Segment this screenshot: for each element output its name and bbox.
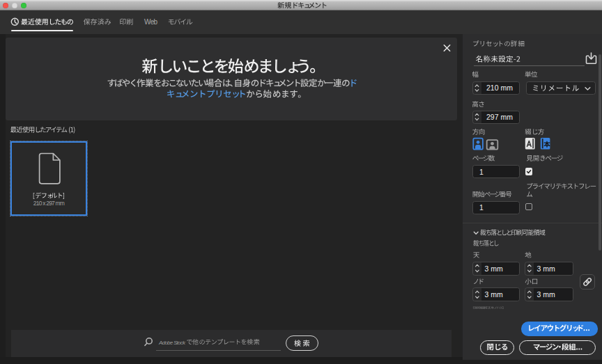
svg-text:210 mm: 210 mm	[486, 84, 513, 92]
svg-text:297 mm: 297 mm	[486, 113, 513, 121]
svg-text:1: 1	[479, 203, 484, 212]
svg-text:Adobe Stock: Adobe Stock	[158, 340, 186, 346]
svg-text:3 mm: 3 mm	[485, 264, 504, 273]
svg-text:1: 1	[479, 168, 484, 176]
svg-text:210 x 297 mm: 210 x 297 mm	[33, 200, 65, 207]
svg-text:3 mm: 3 mm	[537, 290, 555, 299]
svg-text:3 mm: 3 mm	[537, 264, 555, 273]
svg-text:3 mm: 3 mm	[485, 290, 504, 299]
svg-text:Web: Web	[144, 18, 158, 26]
